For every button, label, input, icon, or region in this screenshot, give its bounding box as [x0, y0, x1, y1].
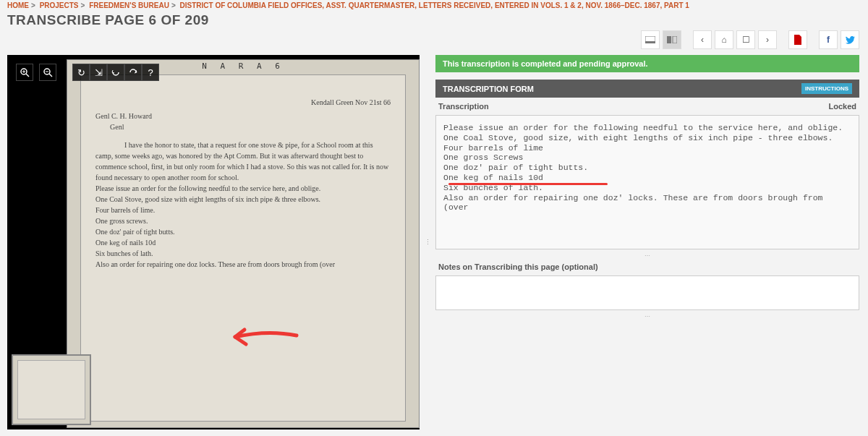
- nara-stamp: N A R A 6: [202, 61, 284, 71]
- breadcrumb-projects[interactable]: PROJECTS: [40, 1, 79, 9]
- resize-handle[interactable]: ⋯: [435, 252, 859, 258]
- form-header: TRANSCRIPTION FORM INSTRUCTIONS: [435, 80, 859, 98]
- zoom-out-button[interactable]: [39, 64, 56, 81]
- svg-rect-1: [645, 41, 655, 43]
- pdf-button[interactable]: [788, 30, 807, 49]
- image-viewer[interactable]: ↻ ⇲ ? N A R A 6 Kendall Green Nov 21st 6…: [7, 55, 420, 429]
- rotate-left-button[interactable]: [107, 64, 124, 81]
- transcription-label: Transcription: [438, 102, 489, 111]
- facebook-button[interactable]: f: [819, 30, 838, 49]
- single-pane-button[interactable]: [641, 30, 660, 49]
- notes-textarea[interactable]: [435, 275, 859, 310]
- svg-rect-2: [667, 36, 671, 43]
- notes-label: Notes on Transcribing this page (optiona…: [435, 258, 859, 275]
- next-button[interactable]: ›: [758, 30, 777, 49]
- resize-handle-2[interactable]: ⋯: [435, 313, 859, 319]
- status-banner: This transcription is completed and pend…: [435, 55, 859, 72]
- svg-line-5: [26, 74, 29, 77]
- pane-divider[interactable]: ⋮: [425, 55, 430, 429]
- breadcrumb-freedmens[interactable]: FREEDMEN'S BUREAU: [89, 1, 169, 9]
- zoom-in-button[interactable]: [16, 64, 33, 81]
- help-button[interactable]: ?: [142, 64, 159, 81]
- red-arrow-annotation: [224, 322, 304, 351]
- rotate-right-button[interactable]: [124, 64, 142, 81]
- rotate-button[interactable]: ↻: [72, 64, 90, 81]
- locked-label: Locked: [828, 102, 856, 111]
- manuscript-page: Kendall Green Nov 21st 66 Genl C. H. How…: [80, 74, 406, 422]
- transcription-pane: This transcription is completed and pend…: [435, 55, 859, 429]
- svg-line-9: [49, 74, 52, 77]
- document-image[interactable]: N A R A 6 Kendall Green Nov 21st 66 Genl…: [67, 59, 420, 428]
- breadcrumb: HOME> PROJECTS> FREEDMEN'S BUREAU> DISTR…: [0, 0, 868, 11]
- twitter-button[interactable]: [841, 30, 859, 49]
- fullscreen-button[interactable]: ☐: [736, 30, 755, 49]
- split-pane-button[interactable]: [663, 30, 681, 49]
- instructions-button[interactable]: INSTRUCTIONS: [801, 83, 852, 94]
- fit-button[interactable]: ⇲: [90, 64, 107, 81]
- top-toolbar: ‹ ⌂ ☐ › f: [641, 30, 859, 49]
- breadcrumb-collection[interactable]: DISTRICT OF COLUMBIA FIELD OFFICES, ASST…: [180, 1, 689, 9]
- home-button[interactable]: ⌂: [715, 30, 733, 49]
- red-underline-annotation: [448, 183, 608, 185]
- svg-rect-3: [673, 36, 677, 43]
- breadcrumb-home[interactable]: HOME: [7, 1, 29, 9]
- prev-button[interactable]: ‹: [693, 30, 712, 49]
- transcription-textarea[interactable]: [435, 115, 859, 249]
- thumbnail-navigator[interactable]: [12, 354, 91, 425]
